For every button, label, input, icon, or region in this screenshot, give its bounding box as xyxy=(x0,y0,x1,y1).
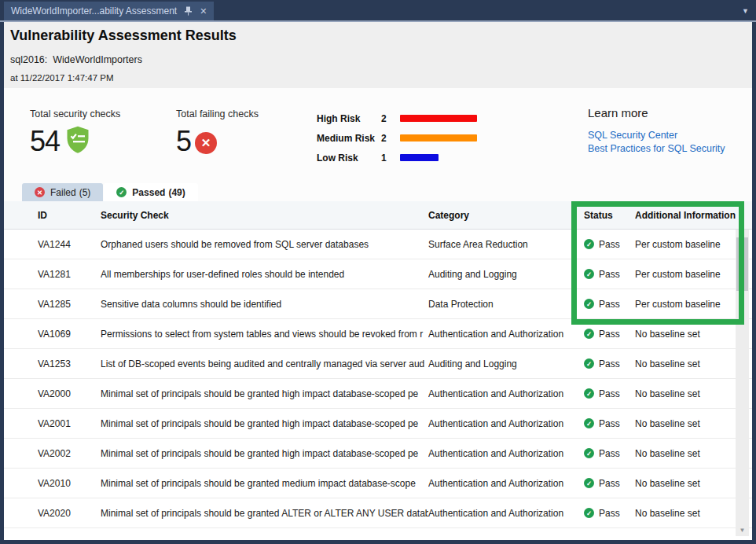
table-row[interactable]: VA1285 Sensitive data columns should be … xyxy=(4,289,752,319)
table-header-row: ID Security Check Category Status Additi… xyxy=(4,201,752,230)
table-row[interactable]: VA2020 Minimal set of principals should … xyxy=(4,498,752,528)
vertical-scrollbar[interactable]: ▲ ▼ xyxy=(736,230,749,536)
tab-passed-count: (49) xyxy=(168,187,185,198)
risk-bar xyxy=(400,115,477,122)
database-name: WideWorldImporters xyxy=(53,54,142,65)
status-text: Pass xyxy=(599,358,620,369)
link-sql-security-center[interactable]: SQL Security Center xyxy=(588,130,725,141)
cell-category: Authentication and Authorization xyxy=(428,418,584,429)
cell-security-check: Minimal set of principals should be gran… xyxy=(101,418,428,429)
cell-id: VA2020 xyxy=(38,508,101,519)
risk-row: High Risk 2 xyxy=(317,108,477,128)
table-row[interactable]: VA2000 Minimal set of principals should … xyxy=(4,379,752,409)
page-title: Vulnerability Assessment Results xyxy=(10,28,237,44)
cell-category: Authentication and Authorization xyxy=(428,448,584,459)
failed-circle-icon: ✕ xyxy=(35,187,45,197)
server-name: sql2016: xyxy=(10,54,47,65)
cell-category: Authentication and Authorization xyxy=(428,508,584,519)
pass-check-icon: ✓ xyxy=(584,329,594,339)
total-checks-value: 54 xyxy=(30,125,60,158)
cell-security-check: Minimal set of principals should be gran… xyxy=(101,508,428,519)
page-header: Vulnerability Assessment Results sql2016… xyxy=(4,22,752,88)
scrollbar-thumb[interactable] xyxy=(736,237,748,291)
status-text: Pass xyxy=(599,269,620,280)
total-checks-label: Total security checks xyxy=(30,108,120,119)
pass-check-icon: ✓ xyxy=(584,448,594,458)
result-tabs: ✕ Failed (5) ✓ Passed (49) xyxy=(22,183,198,201)
table-body: VA1244 Orphaned users should be removed … xyxy=(4,230,752,528)
table-row[interactable]: VA1281 All memberships for user-defined … xyxy=(4,259,752,289)
cell-additional-information: Per custom baseline xyxy=(635,239,752,250)
pass-check-icon: ✓ xyxy=(584,239,594,249)
cell-category: Auditing and Logging xyxy=(428,358,584,369)
vulnerability-assessment-pane: Vulnerability Assessment Results sql2016… xyxy=(4,22,752,540)
scan-timestamp: at 11/22/2017 1:47:47 PM xyxy=(10,73,114,83)
cell-status: ✓ Pass xyxy=(584,448,635,459)
cell-additional-information: No baseline set xyxy=(635,508,752,519)
results-table: ID Security Check Category Status Additi… xyxy=(4,201,752,540)
cell-category: Authentication and Authorization xyxy=(428,478,584,489)
tab-failed[interactable]: ✕ Failed (5) xyxy=(22,183,103,201)
cell-security-check: Minimal set of principals should be gran… xyxy=(101,388,428,399)
table-row[interactable]: VA1069 Permissions to select from system… xyxy=(4,319,752,349)
cell-additional-information: Per custom baseline xyxy=(635,269,752,280)
cell-additional-information: Per custom baseline xyxy=(635,299,752,310)
cell-category: Auditing and Logging xyxy=(428,269,584,280)
cell-id: VA1253 xyxy=(38,358,101,369)
cell-status: ✓ Pass xyxy=(584,388,635,399)
table-row[interactable]: VA2002 Minimal set of principals should … xyxy=(4,439,752,469)
tab-list-dropdown-icon[interactable]: ▼ xyxy=(742,7,749,15)
cell-category: Data Protection xyxy=(428,299,584,310)
status-text: Pass xyxy=(599,239,620,250)
cell-status: ✓ Pass xyxy=(584,478,635,489)
pass-check-icon: ✓ xyxy=(584,299,594,309)
cell-id: VA2001 xyxy=(38,418,101,429)
learn-more-section: Learn more SQL Security Center Best Prac… xyxy=(588,106,725,154)
document-tab[interactable]: WideWorldImporter...ability Assessment ✕ xyxy=(4,2,214,20)
shield-checklist-icon xyxy=(64,125,92,158)
cell-id: VA2000 xyxy=(38,388,101,399)
pin-icon[interactable] xyxy=(184,6,193,16)
col-header-security-check[interactable]: Security Check xyxy=(101,210,428,221)
risk-label: High Risk xyxy=(317,113,381,124)
table-row[interactable]: VA2001 Minimal set of principals should … xyxy=(4,409,752,439)
status-text: Pass xyxy=(599,478,620,489)
cell-security-check: All memberships for user-defined roles s… xyxy=(101,269,428,280)
col-header-category[interactable]: Category xyxy=(428,210,584,221)
cell-additional-information: No baseline set xyxy=(635,358,752,369)
tab-passed-label: Passed xyxy=(132,187,165,198)
cell-id: VA1244 xyxy=(38,239,101,250)
link-best-practices-sql-security[interactable]: Best Practices for SQL Security xyxy=(588,143,725,154)
total-security-checks-stat: Total security checks 54 xyxy=(30,108,120,158)
scroll-down-icon[interactable]: ▼ xyxy=(736,527,749,534)
cell-security-check: Sensitive data columns should be identif… xyxy=(101,299,428,310)
risk-count: 2 xyxy=(381,133,400,144)
col-header-additional-information[interactable]: Additional Information xyxy=(635,210,752,221)
status-text: Pass xyxy=(599,299,620,310)
status-text: Pass xyxy=(599,448,620,459)
total-failing-checks-stat: Total failing checks 5 ✕ xyxy=(176,108,259,158)
close-icon[interactable]: ✕ xyxy=(200,6,207,17)
cell-additional-information: No baseline set xyxy=(635,388,752,399)
server-database-line: sql2016:WideWorldImporters xyxy=(10,54,142,65)
col-header-status[interactable]: Status xyxy=(584,210,635,221)
cell-id: VA2010 xyxy=(38,478,101,489)
pass-check-icon: ✓ xyxy=(584,269,594,279)
pass-check-icon: ✓ xyxy=(584,388,594,399)
document-tab-strip: WideWorldImporter...ability Assessment ✕ xyxy=(0,0,756,22)
col-header-id[interactable]: ID xyxy=(38,210,101,221)
table-row[interactable]: VA1244 Orphaned users should be removed … xyxy=(4,230,752,259)
pass-check-icon: ✓ xyxy=(584,478,594,488)
cell-status: ✓ Pass xyxy=(584,358,635,369)
cell-security-check: Permissions to select from system tables… xyxy=(101,329,428,340)
cell-category: Authentication and Authorization xyxy=(428,329,584,340)
tab-failed-label: Failed xyxy=(50,187,76,198)
risk-count: 1 xyxy=(381,153,400,164)
table-row[interactable]: VA2010 Minimal set of principals should … xyxy=(4,469,752,498)
pass-check-icon: ✓ xyxy=(584,418,594,428)
table-row[interactable]: VA1253 List of DB-scoped events being au… xyxy=(4,349,752,379)
document-tab-title: WideWorldImporter...ability Assessment xyxy=(11,6,177,17)
status-text: Pass xyxy=(599,388,620,399)
tab-passed[interactable]: ✓ Passed (49) xyxy=(104,183,197,201)
cell-additional-information: No baseline set xyxy=(635,478,752,489)
